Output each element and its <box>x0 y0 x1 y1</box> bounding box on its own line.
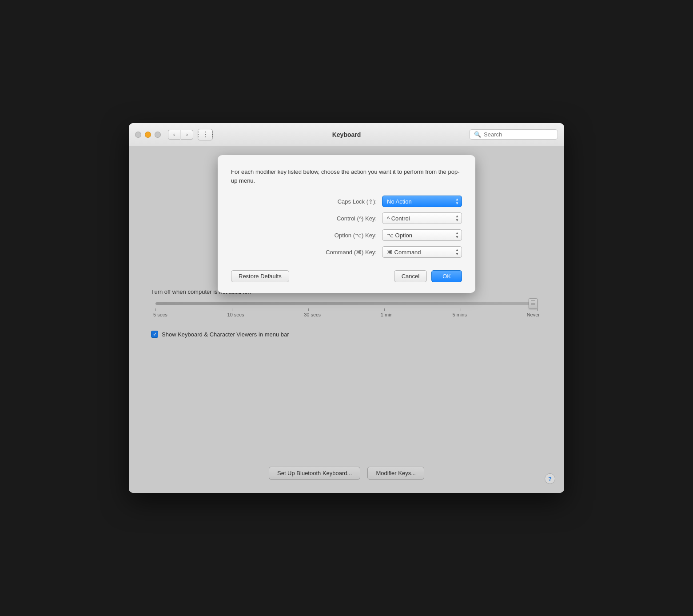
arrow-up: ▲ <box>455 248 459 252</box>
modifier-keys-modal: For each modifier key listed below, choo… <box>218 155 475 293</box>
caps-lock-value: No Action <box>387 198 412 205</box>
arrow-down: ▼ <box>455 252 459 256</box>
arrow-down: ▼ <box>455 219 459 222</box>
modal-right-buttons: Cancel OK <box>394 270 462 282</box>
grid-view-button[interactable]: ⋮⋮⋮ <box>198 129 213 140</box>
command-label: Command (⌘) Key: <box>306 249 377 256</box>
caps-lock-label: Caps Lock (⇪): <box>306 198 377 205</box>
back-button[interactable]: ‹ <box>168 130 180 140</box>
ok-button[interactable]: OK <box>431 270 462 282</box>
minimize-button[interactable] <box>145 132 151 138</box>
option-value: ⌥ Option <box>387 232 412 239</box>
command-select[interactable]: ⌘ Command ▲ ▼ <box>382 246 462 258</box>
option-arrows: ▲ ▼ <box>455 232 459 239</box>
modifier-rows: Caps Lock (⇪): No Action ▲ ▼ Control (^)… <box>231 196 462 258</box>
nav-buttons: ‹ › <box>168 130 193 140</box>
control-select[interactable]: ^ Control ▲ ▼ <box>382 212 462 224</box>
command-value: ⌘ Command <box>387 249 421 256</box>
traffic-lights <box>135 132 161 138</box>
arrow-up: ▲ <box>455 215 459 218</box>
forward-button[interactable]: › <box>181 130 193 140</box>
caps-lock-row: Caps Lock (⇪): No Action ▲ ▼ <box>231 196 462 207</box>
arrow-down: ▼ <box>455 236 459 239</box>
control-value: ^ Control <box>387 215 410 222</box>
search-icon: 🔍 <box>474 131 481 138</box>
maximize-button[interactable] <box>155 132 161 138</box>
command-arrows: ▲ ▼ <box>455 248 459 256</box>
control-row: Control (^) Key: ^ Control ▲ ▼ <box>231 212 462 224</box>
window-title: Keyboard <box>332 131 361 138</box>
titlebar: ‹ › ⋮⋮⋮ Keyboard 🔍 <box>129 123 564 146</box>
window-content: Turn off when computer is not used for: … <box>129 146 564 493</box>
option-label: Option (⌥) Key: <box>306 232 377 239</box>
modal-buttons: Restore Defaults Cancel OK <box>231 270 462 282</box>
keyboard-preferences-window: ‹ › ⋮⋮⋮ Keyboard 🔍 Turn off when compute… <box>129 123 564 493</box>
search-box[interactable]: 🔍 <box>469 129 558 140</box>
cancel-button[interactable]: Cancel <box>394 270 427 282</box>
modal-description: For each modifier key listed below, choo… <box>231 168 462 185</box>
caps-lock-arrows: ▲ ▼ <box>455 198 459 205</box>
command-row: Command (⌘) Key: ⌘ Command ▲ ▼ <box>231 246 462 258</box>
search-input[interactable] <box>484 131 553 138</box>
control-label: Control (^) Key: <box>306 215 377 222</box>
caps-lock-select[interactable]: No Action ▲ ▼ <box>382 196 462 207</box>
option-select[interactable]: ⌥ Option ▲ ▼ <box>382 229 462 241</box>
arrow-up: ▲ <box>455 198 459 201</box>
control-arrows: ▲ ▼ <box>455 215 459 222</box>
option-row: Option (⌥) Key: ⌥ Option ▲ ▼ <box>231 229 462 241</box>
restore-defaults-button[interactable]: Restore Defaults <box>231 270 289 282</box>
arrow-up: ▲ <box>455 232 459 235</box>
arrow-down: ▼ <box>455 202 459 205</box>
close-button[interactable] <box>135 132 141 138</box>
modal-overlay: For each modifier key listed below, choo… <box>129 146 564 493</box>
